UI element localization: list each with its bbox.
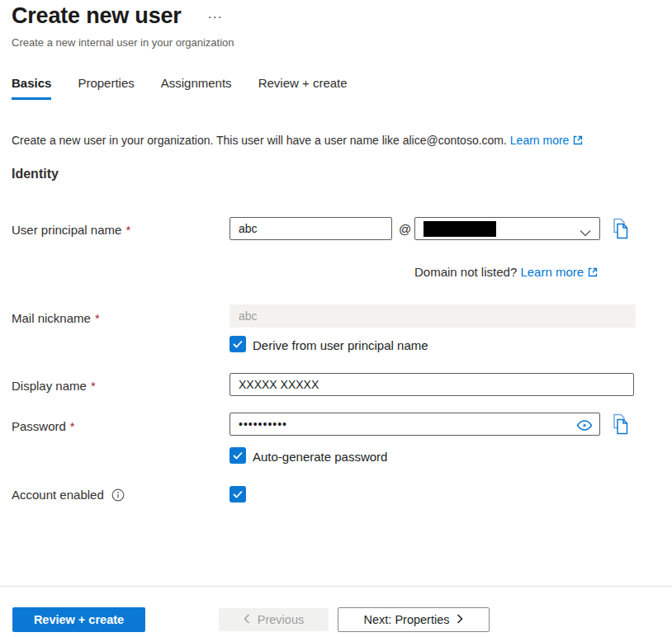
- tab-basics[interactable]: Basics: [12, 76, 51, 100]
- display-name-label: Display name*: [12, 379, 96, 393]
- upn-input[interactable]: [230, 217, 392, 240]
- domain-learn-more-link[interactable]: Learn more: [520, 265, 584, 279]
- learn-more-link[interactable]: Learn more: [510, 134, 570, 147]
- tab-bar: Basics Properties Assignments Review + c…: [12, 76, 348, 100]
- external-link-icon: [588, 266, 598, 280]
- review-create-button-label: Review + create: [34, 613, 124, 626]
- password-label-text: Password: [12, 419, 66, 433]
- mail-nickname-label-text: Mail nickname: [12, 311, 91, 325]
- checkmark-icon: [233, 490, 243, 498]
- external-link-icon: [573, 134, 583, 148]
- previous-button-label: Previous: [258, 613, 304, 626]
- domain-note-text: Domain not listed?: [414, 265, 517, 279]
- tab-basics-label: Basics: [12, 76, 51, 90]
- previous-button[interactable]: Previous: [219, 608, 329, 631]
- auto-generate-password-label[interactable]: Auto-generate password: [253, 450, 387, 464]
- info-icon[interactable]: [111, 488, 125, 502]
- footer-divider: [0, 586, 672, 587]
- at-separator: @: [399, 222, 411, 236]
- required-marker: *: [95, 311, 100, 325]
- account-enabled-label: Account enabled: [12, 488, 125, 502]
- required-marker: *: [91, 379, 96, 393]
- chevron-right-icon: [457, 613, 463, 626]
- domain-dropdown[interactable]: [414, 217, 600, 240]
- derive-from-upn-checkbox[interactable]: [230, 336, 246, 352]
- account-enabled-label-text: Account enabled: [12, 488, 104, 502]
- tab-assignments-label: Assignments: [161, 76, 232, 90]
- tab-assignments[interactable]: Assignments: [161, 76, 232, 100]
- display-name-input[interactable]: [230, 373, 634, 396]
- next-button-label: Next: Properties: [364, 613, 450, 626]
- domain-note: Domain not listed? Learn more: [414, 265, 598, 280]
- intro-sentence: Create a new user in your organization. …: [12, 134, 507, 147]
- required-marker: *: [125, 223, 130, 237]
- checkmark-icon: [233, 451, 243, 460]
- mail-nickname-label: Mail nickname*: [12, 311, 100, 325]
- copy-upn-icon[interactable]: [611, 218, 630, 243]
- required-marker: *: [70, 419, 75, 433]
- copy-password-icon[interactable]: [611, 413, 630, 438]
- tab-properties[interactable]: Properties: [78, 76, 134, 100]
- intro-text: Create a new user in your organization. …: [12, 134, 664, 148]
- auto-generate-password-checkbox[interactable]: [230, 447, 246, 464]
- tab-review-create-label: Review + create: [258, 76, 348, 90]
- password-label: Password*: [12, 419, 75, 433]
- account-enabled-checkbox[interactable]: [230, 486, 246, 503]
- upn-label: User principal name*: [12, 223, 130, 237]
- chevron-left-icon: [244, 613, 250, 626]
- derive-from-upn-label[interactable]: Derive from user principal name: [253, 338, 428, 352]
- reveal-password-icon[interactable]: [576, 419, 593, 434]
- next-properties-button[interactable]: Next: Properties: [338, 607, 490, 632]
- checkmark-icon: [233, 340, 243, 348]
- tab-review-create[interactable]: Review + create: [258, 76, 348, 100]
- identity-section-heading: Identity: [12, 167, 59, 182]
- tab-properties-label: Properties: [78, 76, 134, 90]
- chevron-down-icon: [580, 225, 591, 240]
- password-field: [230, 413, 600, 436]
- password-input[interactable]: [230, 413, 600, 436]
- domain-redaction-box: [424, 221, 496, 237]
- display-name-label-text: Display name: [12, 379, 87, 393]
- page-title: Create new user: [12, 3, 182, 29]
- create-new-user-blade: Create new user ... Create a new interna…: [0, 0, 672, 637]
- page-subtitle: Create a new internal user in your organ…: [12, 36, 234, 49]
- review-create-button[interactable]: Review + create: [12, 607, 145, 632]
- mail-nickname-input: [230, 304, 636, 328]
- upn-label-text: User principal name: [12, 223, 121, 237]
- more-menu-icon[interactable]: ...: [208, 7, 223, 21]
